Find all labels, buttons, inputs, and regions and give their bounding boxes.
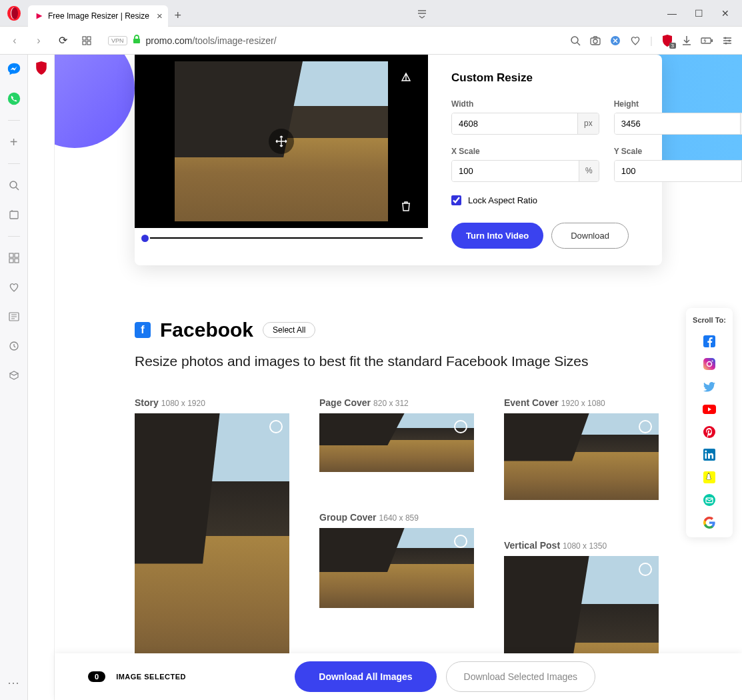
maximize-button[interactable]: ☐ — [689, 3, 709, 23]
rail-divider — [8, 236, 20, 237]
delete-icon[interactable] — [393, 193, 419, 219]
scroll-google-icon[interactable] — [703, 516, 716, 529]
move-icon[interactable] — [269, 129, 294, 154]
lock-aspect-checkbox[interactable] — [451, 195, 461, 205]
xscale-input[interactable] — [452, 161, 579, 181]
url-path: /tools/image-resizer/ — [193, 35, 277, 46]
snapshot-icon[interactable] — [590, 36, 601, 45]
size-dim: 1080 x 1350 — [563, 541, 607, 551]
size-preset-eventcover[interactable] — [504, 413, 659, 500]
search-icon[interactable] — [570, 35, 581, 46]
width-input[interactable] — [452, 113, 577, 134]
scroll-linkedin-icon[interactable] — [703, 448, 716, 461]
select-circle[interactable] — [454, 535, 467, 548]
svg-rect-27 — [703, 358, 715, 370]
select-circle[interactable] — [639, 420, 652, 433]
download-button[interactable]: Download — [551, 223, 629, 249]
selected-count: 0 — [88, 671, 105, 682]
size-dim: 1080 x 1920 — [161, 399, 205, 408]
size-preset-pagecover[interactable] — [319, 413, 474, 472]
tab-menu-icon[interactable] — [412, 3, 432, 23]
address-bar[interactable]: VPN promo.com/tools/image-resizer/ — [101, 35, 565, 46]
heart-icon[interactable] — [630, 36, 641, 45]
svg-point-18 — [10, 181, 17, 188]
scroll-twitter-icon[interactable] — [703, 380, 716, 393]
yscale-input[interactable] — [615, 161, 741, 181]
scroll-snapchat-icon[interactable] — [703, 471, 716, 484]
adblock-icon[interactable] — [610, 35, 621, 46]
sidebar-more-icon[interactable]: ⋯ — [6, 675, 22, 691]
select-circle[interactable] — [454, 420, 467, 433]
select-all-button[interactable]: Select All — [263, 322, 315, 338]
section-heading: Facebook — [160, 319, 253, 341]
svg-point-31 — [703, 426, 715, 438]
close-tab-icon[interactable]: × — [157, 10, 163, 21]
extensions-icon[interactable] — [6, 367, 22, 383]
slider-handle[interactable] — [140, 233, 150, 243]
size-dim: 1640 x 859 — [379, 513, 419, 523]
battery-icon[interactable] — [701, 37, 713, 45]
opera-menu-button[interactable] — [0, 0, 28, 27]
download-all-button[interactable]: Download All Images — [295, 661, 436, 692]
turn-into-video-button[interactable]: Turn Into Video — [451, 223, 543, 249]
scroll-email-icon[interactable] — [703, 493, 716, 507]
history-icon[interactable] — [6, 338, 22, 354]
vpn-badge[interactable]: VPN — [108, 36, 127, 45]
svg-point-36 — [703, 494, 715, 506]
personal-news-icon[interactable] — [6, 207, 22, 223]
download-icon[interactable] — [682, 35, 691, 46]
lock-aspect-label: Lock Aspect Ratio — [468, 195, 537, 205]
reload-button[interactable]: ⟳ — [53, 31, 72, 50]
close-window-button[interactable]: ✕ — [715, 3, 735, 23]
resize-editor-card: Custom Resize Width px Height — [135, 55, 662, 265]
svg-point-16 — [725, 42, 727, 44]
rail-divider — [8, 120, 20, 121]
height-label: Height — [614, 99, 742, 109]
add-messenger-icon[interactable]: + — [6, 134, 22, 150]
browser-tab[interactable]: Free Image Resizer | Resize × — [28, 5, 168, 27]
new-tab-button[interactable]: + — [168, 5, 188, 27]
select-circle[interactable] — [269, 420, 283, 433]
svg-rect-3 — [83, 37, 86, 40]
yscale-label: Y Scale — [614, 147, 742, 156]
messenger-icon[interactable] — [6, 61, 22, 77]
image-preview[interactable] — [135, 55, 428, 228]
easy-setup-icon[interactable] — [722, 35, 733, 46]
size-preset-groupcover[interactable] — [319, 528, 474, 608]
back-button[interactable]: ‹ — [5, 31, 24, 50]
svg-point-34 — [705, 451, 707, 453]
select-circle[interactable] — [639, 563, 652, 576]
zoom-slider[interactable] — [140, 237, 423, 239]
size-name: Page Cover — [319, 397, 371, 408]
flip-icon[interactable] — [393, 64, 419, 89]
svg-rect-23 — [15, 259, 19, 263]
height-input[interactable] — [615, 113, 740, 134]
forward-button[interactable]: › — [29, 31, 48, 50]
rail-divider — [8, 163, 20, 164]
scroll-youtube-icon[interactable] — [703, 403, 716, 416]
scroll-pinterest-icon[interactable] — [703, 425, 716, 439]
svg-rect-19 — [10, 211, 18, 219]
bookmarks-heart-icon[interactable] — [6, 279, 22, 295]
scroll-facebook-icon[interactable] — [703, 335, 716, 348]
tab-favicon — [35, 11, 44, 21]
svg-rect-13 — [711, 39, 713, 42]
ublock-ext-icon[interactable] — [35, 61, 47, 75]
download-bar: 0 IMAGE SELECTED Download All Images Dow… — [55, 653, 742, 700]
size-preset-story[interactable] — [135, 413, 289, 687]
whatsapp-icon[interactable] — [6, 91, 22, 107]
svg-rect-20 — [9, 253, 13, 257]
svg-point-29 — [712, 361, 713, 362]
selected-label: IMAGE SELECTED — [116, 673, 186, 681]
speed-dial-button[interactable] — [77, 31, 96, 50]
download-selected-button[interactable]: Download Selected Images — [446, 661, 595, 692]
ublock-count: 3 — [669, 43, 676, 49]
news-icon[interactable] — [6, 309, 22, 325]
scroll-instagram-icon[interactable] — [703, 357, 716, 371]
minimize-button[interactable]: — — [662, 3, 682, 23]
ublock-icon[interactable]: 3 — [662, 35, 673, 47]
workspaces-icon[interactable] — [6, 250, 22, 266]
svg-rect-33 — [705, 453, 707, 459]
scroll-to-title: Scroll To: — [693, 316, 726, 324]
search-in-page-icon[interactable] — [6, 177, 22, 193]
